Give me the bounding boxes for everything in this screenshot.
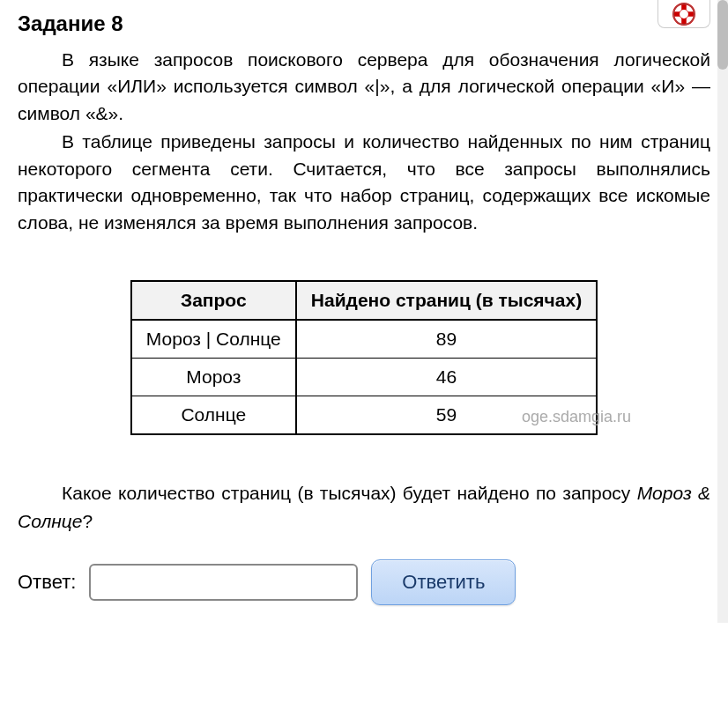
- cell-query: Солнце: [131, 396, 296, 435]
- svg-point-2: [680, 10, 688, 18]
- query-table: Запрос Найдено страниц (в тысячах) Мороз…: [130, 280, 598, 435]
- help-button[interactable]: [657, 0, 710, 28]
- table-header-query: Запрос: [131, 281, 296, 320]
- cell-count: 46: [296, 359, 597, 396]
- question-prefix: Какое количество страниц (в тысячах) буд…: [62, 483, 637, 503]
- task-paragraph-2: В таблице приведены запросы и количество…: [18, 129, 710, 236]
- answer-row: Ответ: Ответить: [18, 559, 710, 605]
- table-header-count: Найдено страниц (в тысячах): [296, 281, 597, 320]
- scrollbar[interactable]: [717, 0, 728, 623]
- cell-count: 59: [296, 396, 597, 435]
- cell-count: 89: [296, 320, 597, 359]
- task-title: Задание 8: [18, 11, 710, 36]
- cell-query: Мороз: [131, 359, 296, 396]
- question-suffix: ?: [82, 511, 93, 531]
- table-row: Мороз 46: [131, 359, 597, 396]
- table-row: Мороз | Солнце 89: [131, 320, 597, 359]
- submit-button[interactable]: Ответить: [371, 559, 516, 605]
- table-container: Запрос Найдено страниц (в тысячах) Мороз…: [18, 280, 710, 435]
- question-text: Какое количество страниц (в тысячах) буд…: [18, 479, 710, 535]
- task-paragraph-1: В языке запросов поискового сервера для …: [18, 47, 710, 127]
- scrollbar-thumb[interactable]: [717, 0, 728, 70]
- cell-query: Мороз | Солнце: [131, 320, 296, 359]
- answer-input[interactable]: [89, 564, 358, 601]
- table-row: Солнце 59: [131, 396, 597, 435]
- lifebuoy-icon: [672, 2, 696, 26]
- answer-label: Ответ:: [18, 571, 76, 594]
